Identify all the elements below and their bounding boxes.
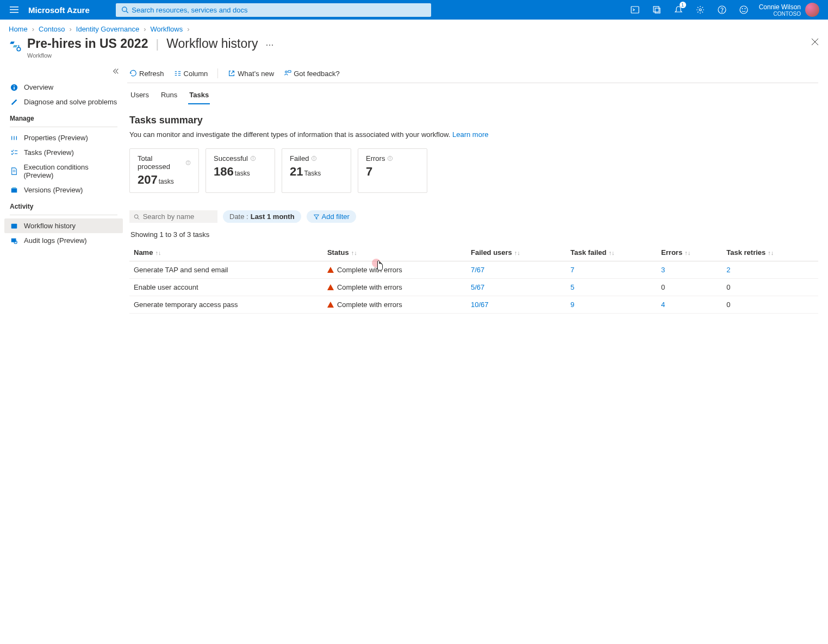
sort-icon: ↑↓ [514, 249, 520, 256]
col-errors[interactable]: Errors↑↓ [657, 244, 722, 261]
svg-rect-2 [10, 12, 18, 13]
search-by-name[interactable] [129, 210, 217, 223]
versions-icon [10, 186, 18, 194]
sidebar-item-workflow-history[interactable]: Workflow history [4, 218, 123, 233]
warning-icon [327, 284, 334, 290]
svg-point-12 [742, 9, 743, 9]
search-icon [134, 214, 140, 220]
add-filter-button[interactable]: Add filter [307, 210, 356, 223]
col-name[interactable]: Name↑↓ [129, 244, 323, 261]
sidebar-item-properties[interactable]: Properties (Preview) [4, 130, 123, 145]
feedback-button[interactable]: Got feedback? [284, 70, 340, 78]
notifications-icon[interactable]: 1 [668, 0, 689, 20]
card-failed[interactable]: Failed 21Tasks [282, 148, 351, 193]
sort-icon: ↑↓ [768, 249, 774, 256]
tasks-table: Name↑↓ Status↑↓ Failed users↑↓ Task fail… [129, 244, 818, 314]
table-row[interactable]: Generate TAP and send email Complete wit… [129, 261, 818, 279]
card-total-processed[interactable]: Total processed 207tasks [129, 148, 199, 193]
summary-cards: Total processed 207tasks Successful 186t… [129, 148, 818, 193]
svg-point-43 [188, 161, 189, 162]
col-task-failed[interactable]: Task failed↑↓ [566, 244, 657, 261]
column-icon [174, 70, 182, 77]
date-filter-pill[interactable]: Date : Last 1 month [223, 210, 301, 223]
sidebar-item-overview[interactable]: Overview [4, 80, 123, 95]
tab-runs[interactable]: Runs [160, 89, 178, 104]
search-by-name-input[interactable] [143, 212, 213, 221]
whats-new-button[interactable]: What's new [228, 70, 274, 78]
title-separator: | [155, 37, 159, 51]
breadcrumb-item[interactable]: Identity Governance [76, 25, 139, 33]
more-actions-button[interactable]: ··· [265, 39, 273, 51]
cell-errors: 0 [657, 279, 722, 296]
sidebar: Overview Diagnose and solve problems Man… [0, 64, 127, 324]
svg-point-14 [17, 47, 20, 51]
cell-errors-link[interactable]: 3 [661, 266, 665, 274]
sort-icon: ↑↓ [684, 249, 690, 256]
cell-name: Generate TAP and send email [129, 261, 323, 279]
breadcrumb-item[interactable]: Home [9, 25, 28, 33]
svg-point-46 [253, 157, 253, 158]
feedback-smile-icon[interactable] [733, 0, 755, 20]
tab-tasks[interactable]: Tasks [188, 89, 210, 104]
close-blade-button[interactable] [811, 37, 819, 48]
sidebar-item-tasks[interactable]: Tasks (Preview) [4, 145, 123, 160]
column-button[interactable]: Column [174, 70, 208, 78]
learn-more-link[interactable]: Learn more [452, 130, 488, 139]
help-icon[interactable] [711, 0, 733, 20]
command-bar: Refresh Column What's new Got feedback? [127, 64, 818, 83]
refresh-button[interactable]: Refresh [129, 70, 164, 78]
global-search-input[interactable] [132, 6, 425, 14]
sidebar-group-manage: Manage [4, 109, 123, 124]
col-status[interactable]: Status↑↓ [323, 244, 466, 261]
sidebar-item-audit-logs[interactable]: Audit logs (Preview) [4, 233, 123, 248]
cell-failed-users-link[interactable]: 5/67 [471, 283, 484, 291]
sidebar-item-label: Execution conditions (Preview) [24, 163, 117, 179]
svg-point-53 [134, 215, 138, 218]
cell-task-failed-link[interactable]: 5 [570, 283, 574, 291]
col-failed-users[interactable]: Failed users↑↓ [466, 244, 566, 261]
account-menu[interactable]: Connie Wilson CONTOSO [755, 3, 824, 17]
table-row[interactable]: Generate temporary access pass Complete … [129, 296, 818, 314]
sidebar-item-versions[interactable]: Versions (Preview) [4, 183, 123, 197]
cell-name: Enable user account [129, 279, 323, 296]
sidebar-item-execution-conditions[interactable]: Execution conditions (Preview) [4, 160, 123, 183]
collapse-sidebar-button[interactable] [4, 67, 123, 80]
tab-users[interactable]: Users [129, 89, 150, 104]
sidebar-item-label: Versions (Preview) [24, 186, 83, 194]
cell-failed-users-link[interactable]: 10/67 [471, 301, 489, 309]
breadcrumb-item[interactable]: Contoso [39, 25, 65, 33]
directory-switch-icon[interactable] [646, 0, 668, 20]
chevron-right-icon: › [32, 25, 34, 33]
settings-icon[interactable] [689, 0, 711, 20]
card-errors[interactable]: Errors 7 [358, 148, 427, 193]
sidebar-item-diagnose[interactable]: Diagnose and solve problems [4, 95, 123, 109]
sidebar-item-label: Audit logs (Preview) [24, 236, 87, 245]
global-search[interactable] [116, 3, 431, 17]
sort-icon: ↑↓ [155, 249, 161, 256]
person-feedback-icon [284, 70, 291, 77]
sidebar-group-activity: Activity [4, 197, 123, 212]
breadcrumb-item[interactable]: Workflows [151, 25, 183, 33]
refresh-icon [129, 70, 137, 77]
col-retries[interactable]: Task retries↑↓ [722, 244, 818, 261]
main-content: Refresh Column What's new Got feedback? … [127, 64, 828, 324]
cell-errors-link[interactable]: 4 [661, 301, 665, 309]
table-row[interactable]: Enable user account Complete with errors… [129, 279, 818, 296]
cell-task-failed-link[interactable]: 9 [570, 301, 574, 309]
cell-task-failed-link[interactable]: 7 [570, 266, 574, 274]
svg-rect-0 [10, 7, 18, 8]
svg-point-11 [740, 6, 748, 14]
section-title: Tasks summary [129, 115, 818, 126]
cell-retries-link[interactable]: 2 [726, 266, 730, 274]
brand-label[interactable]: Microsoft Azure [24, 5, 94, 15]
cell-failed-users-link[interactable]: 7/67 [471, 266, 484, 274]
hamburger-menu[interactable] [4, 5, 24, 14]
history-icon [10, 222, 18, 230]
svg-point-10 [721, 12, 722, 12]
account-name: Connie Wilson [759, 3, 801, 11]
sidebar-item-label: Tasks (Preview) [24, 148, 74, 157]
card-successful[interactable]: Successful 186tasks [206, 148, 275, 193]
svg-rect-40 [288, 71, 291, 73]
cloud-shell-icon[interactable] [624, 0, 646, 20]
breadcrumb: Home › Contoso › Identity Governance › W… [0, 20, 828, 36]
